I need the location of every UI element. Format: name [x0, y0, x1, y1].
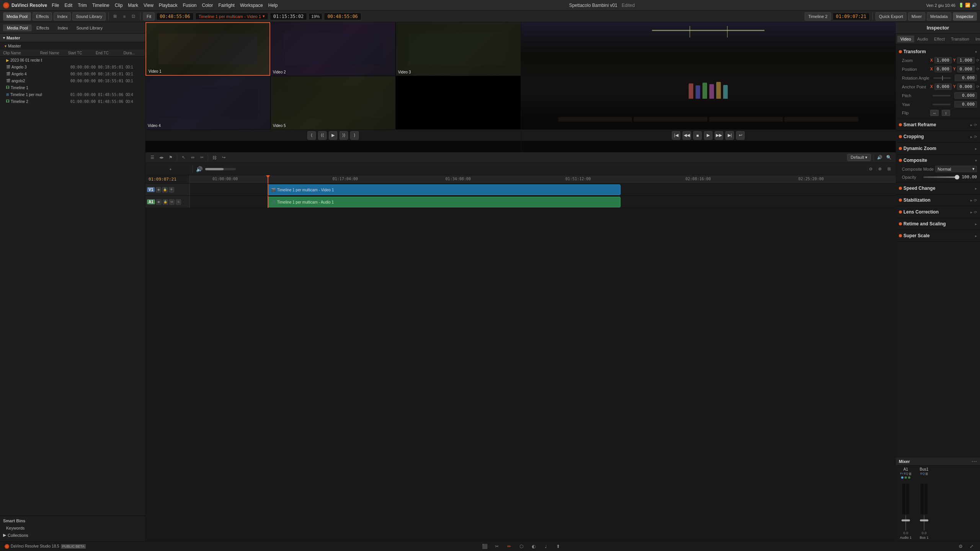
- clip-row-angelo3[interactable]: 🎬Angelo 3 00:00:00:00 00:18:05:01 00:1: [0, 64, 145, 70]
- inspector-tab-image[interactable]: Image: [972, 36, 980, 42]
- video-cell-3[interactable]: Video 3: [396, 22, 521, 76]
- prog-btn-next[interactable]: ▶▶: [715, 131, 723, 140]
- opacity-slider[interactable]: [923, 176, 959, 178]
- anchor-reset[interactable]: ⟳: [976, 85, 979, 89]
- menu-clip[interactable]: Clip: [115, 3, 123, 8]
- ws-fusion-btn[interactable]: ⬡: [518, 543, 525, 550]
- tl-audio-scrub[interactable]: 🔊: [876, 154, 884, 161]
- menu-trim[interactable]: Trim: [78, 3, 87, 8]
- lens-correction-header[interactable]: Lens Correction ▸ ⟳: [896, 208, 980, 216]
- quick-export-btn[interactable]: Quick Export: [875, 12, 906, 21]
- ws-deliver-btn[interactable]: ⬆: [554, 543, 562, 550]
- pos-y-val[interactable]: 0.000: [957, 66, 974, 72]
- default-btn[interactable]: Default ▾: [847, 154, 871, 161]
- monitor-btn-prev[interactable]: ⟨⟨: [318, 131, 327, 140]
- transform-header[interactable]: Transform ▾: [896, 47, 980, 56]
- stabilization-reset[interactable]: ⟳: [974, 198, 977, 202]
- ws-cut-btn[interactable]: ✂: [493, 543, 501, 550]
- a1-lock[interactable]: 🔒: [163, 199, 168, 205]
- prog-btn-loop[interactable]: ↩: [736, 131, 745, 140]
- ws-media-btn[interactable]: ⬛: [481, 543, 488, 550]
- collections-item[interactable]: ▶ Collections: [0, 531, 145, 539]
- pos-reset[interactable]: ⟳: [976, 67, 979, 71]
- prog-btn-play[interactable]: ▶: [704, 131, 712, 140]
- tl-more-opts[interactable]: ⊞: [885, 165, 893, 173]
- tl-zoom-in[interactable]: 🔍: [885, 154, 893, 161]
- sound-library-toggle[interactable]: Sound Library: [72, 12, 106, 21]
- media-pool-toggle[interactable]: Media Pool: [3, 12, 31, 21]
- video-cell-2[interactable]: Video 2: [271, 22, 395, 76]
- mix-bus1-dyn[interactable]: |||: [926, 472, 928, 475]
- clip-row-tl1-multicam[interactable]: ⊞Timeline 1 per multicam 01:00:00:00 01:…: [0, 91, 145, 98]
- v1-enable[interactable]: ◉: [156, 187, 161, 192]
- monitor-btn-in[interactable]: ⟨: [307, 131, 316, 140]
- clip-row-angolo2[interactable]: 🎬angolo2 00:00:00:00 00:18:55:01 00:1: [0, 77, 145, 84]
- video-cell-5[interactable]: Video 5: [271, 76, 395, 130]
- mix-a1-fr[interactable]: Fr: [900, 472, 903, 475]
- a1-solo[interactable]: S: [176, 199, 181, 205]
- anchor-x-val[interactable]: 0.000: [934, 83, 952, 90]
- cropping-reset[interactable]: ⟳: [974, 135, 977, 139]
- folder-row-recite[interactable]: ▶2023 06 01 recite bimbi: [0, 57, 145, 64]
- tl-snap-btn[interactable]: ◂▸: [158, 154, 165, 161]
- tab-effects[interactable]: Effects: [33, 24, 53, 31]
- inspector-tab-video[interactable]: Video: [897, 36, 914, 42]
- ws-color-btn[interactable]: ◐: [530, 543, 537, 550]
- prog-btn-last[interactable]: ▶|: [725, 131, 734, 140]
- ws-edit-btn[interactable]: ✏: [505, 543, 513, 550]
- speed-change-header[interactable]: Speed Change ▸: [896, 184, 980, 192]
- keywords-item[interactable]: Keywords: [0, 525, 145, 531]
- view-large[interactable]: ⊡: [130, 13, 137, 20]
- tab-index[interactable]: Index: [54, 24, 72, 31]
- settings-btn[interactable]: ⚙: [957, 543, 965, 550]
- rotation-slider[interactable]: [933, 77, 951, 79]
- menu-view[interactable]: View: [144, 3, 154, 8]
- monitor-btn-play[interactable]: ▶: [329, 131, 337, 140]
- menu-color[interactable]: Color: [202, 3, 213, 8]
- menu-workspace[interactable]: Workspace: [240, 3, 263, 8]
- timeline2-btn[interactable]: Timeline 2: [805, 12, 831, 21]
- clip-row-tl2[interactable]: 🎞Timeline 2 01:00:00:00 01:48:55:06 00:4: [0, 98, 145, 105]
- index-toggle[interactable]: Index: [54, 12, 71, 21]
- menu-fusion[interactable]: Fusion: [183, 3, 197, 8]
- tl-insert-btn[interactable]: ↪: [220, 154, 227, 161]
- clip-row-tl1[interactable]: 🎞Timeline 1: [0, 84, 145, 91]
- tl-select-tool[interactable]: ↖: [180, 154, 187, 161]
- menu-mark[interactable]: Mark: [128, 3, 138, 8]
- composite-header[interactable]: Composite ▾: [896, 156, 980, 165]
- menu-playback[interactable]: Playback: [159, 3, 178, 8]
- inspector-tab-transition[interactable]: Transition: [948, 36, 972, 42]
- view-grid[interactable]: ≡: [121, 13, 128, 20]
- super-scale-header[interactable]: Super Scale ▸: [896, 231, 980, 240]
- retime-header[interactable]: Retime and Scaling ▸: [896, 220, 980, 228]
- tl-zoom-minus[interactable]: ⊖: [867, 165, 874, 173]
- inspector-btn[interactable]: Inspector: [953, 12, 977, 21]
- stabilization-header[interactable]: Stabilization ▸ ⟳: [896, 196, 980, 204]
- monitor-btn-next[interactable]: ⟩⟩: [340, 131, 348, 140]
- tl-menu-btn[interactable]: ☰: [149, 154, 156, 161]
- effects-toggle[interactable]: Effects: [33, 12, 52, 21]
- mix-bus1-eq[interactable]: EQ: [920, 472, 925, 475]
- menu-edit[interactable]: Edit: [65, 3, 73, 8]
- pos-x-val[interactable]: 0.000: [934, 66, 952, 72]
- pitch-val[interactable]: 0.000: [954, 92, 977, 99]
- mix-a1-eq[interactable]: EQ: [904, 472, 908, 475]
- tl-zoom-plus[interactable]: ⊕: [876, 165, 884, 173]
- v1-clip-1[interactable]: 🎬 Timeline 1 per multicam - Video 1: [268, 184, 621, 195]
- a1-clip-1[interactable]: 🎵 Timeline 1 per multicam - Audio 1: [268, 197, 621, 207]
- volume-slider[interactable]: [205, 168, 236, 170]
- flip-v-btn[interactable]: ↕: [942, 110, 950, 116]
- v1-eye[interactable]: 👁: [169, 187, 174, 192]
- a1-mute[interactable]: M: [169, 199, 175, 205]
- yaw-val[interactable]: 0.000: [954, 101, 977, 108]
- menu-fairlight[interactable]: Fairlight: [218, 3, 235, 8]
- fullscreen-btn[interactable]: ⤢: [968, 543, 975, 550]
- prog-btn-first[interactable]: |◀: [672, 131, 680, 140]
- master-bin-row[interactable]: ▾ Master: [0, 42, 145, 50]
- mix-bus1-fader[interactable]: [916, 515, 932, 530]
- inspector-tab-effect[interactable]: Effect: [931, 36, 948, 42]
- metadata-btn[interactable]: Metadata: [927, 12, 951, 21]
- tl-razor-tool[interactable]: ✂: [198, 154, 206, 161]
- dynamic-zoom-header[interactable]: Dynamic Zoom ▸: [896, 144, 980, 153]
- menu-help[interactable]: Help: [268, 3, 278, 8]
